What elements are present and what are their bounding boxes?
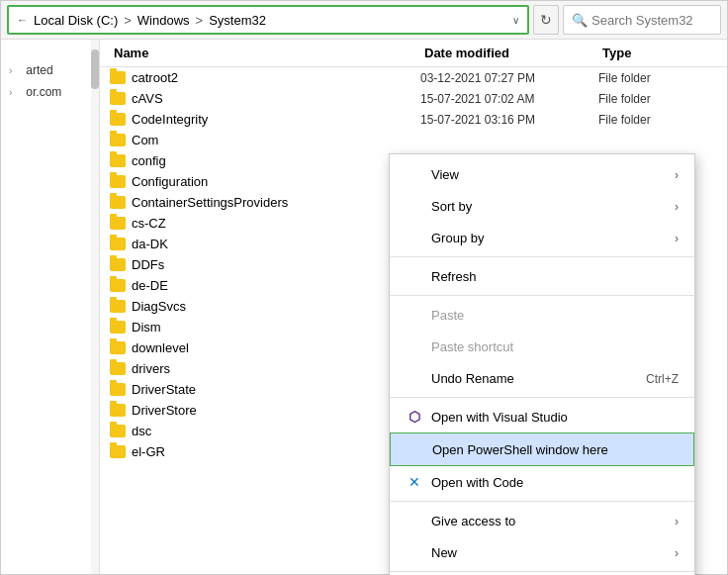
file-name-label: ContainerSettingsProviders: [132, 195, 288, 210]
ctx-no-icon: [406, 267, 423, 285]
ctx-text-open_vs: Open with Visual Studio: [431, 410, 568, 425]
context-menu-item-paste: Paste: [390, 299, 694, 331]
file-date: 15-07-2021 03:16 PM: [420, 113, 598, 127]
path-sep-2: >: [196, 13, 204, 28]
file-date: 15-07-2021 07:02 AM: [420, 92, 598, 106]
folder-icon: [110, 445, 126, 458]
path-system32[interactable]: System32: [209, 13, 266, 28]
ctx-label-paste: Paste: [406, 306, 464, 324]
scrollbar-thumb[interactable]: [91, 49, 99, 89]
folder-icon: [110, 300, 126, 313]
folder-icon: [110, 341, 126, 354]
back-button[interactable]: ←: [17, 14, 28, 26]
ctx-label-group_by: Group by: [406, 229, 484, 246]
ctx-label-new: New: [406, 543, 457, 561]
ctx-label-view: View: [406, 165, 459, 183]
sidebar-item-1[interactable]: › arted: [1, 59, 99, 81]
folder-icon: [110, 154, 126, 167]
ctx-arrow-new: ›: [675, 546, 679, 560]
context-menu-item-open_vscode[interactable]: ✕ Open with Code: [390, 466, 694, 498]
context-menu: View › Sort by › Group by › Refresh: [389, 153, 695, 575]
file-name-label: el-GR: [132, 444, 165, 459]
folder-icon: [110, 404, 126, 417]
file-list-header: Name Date modified Type: [100, 40, 727, 67]
ctx-label-paste_shortcut: Paste shortcut: [406, 337, 513, 355]
folder-icon: [110, 71, 126, 84]
header-name[interactable]: Name: [110, 44, 420, 62]
table-row[interactable]: cAVS 15-07-2021 07:02 AM File folder: [100, 88, 727, 109]
ctx-arrow-group_by: ›: [675, 232, 679, 245]
ctx-text-give_access: Give access to: [431, 514, 515, 528]
ctx-arrow-give_access: ›: [675, 515, 679, 528]
ctx-right-group_by: ›: [675, 231, 679, 245]
folder-icon: [110, 279, 126, 292]
file-name-label: cAVS: [132, 91, 163, 106]
ctx-right-new: ›: [675, 545, 679, 560]
header-date[interactable]: Date modified: [420, 44, 598, 62]
ctx-arrow-sort_by: ›: [675, 200, 679, 214]
ctx-right-sort_by: ›: [675, 199, 679, 214]
ctx-label-refresh: Refresh: [406, 267, 477, 285]
ctx-text-group_by: Group by: [431, 231, 484, 245]
search-input[interactable]: [592, 13, 712, 28]
ctx-text-open_vscode: Open with Code: [431, 475, 523, 490]
folder-icon: [110, 134, 126, 146]
ctx-text-refresh: Refresh: [431, 269, 477, 284]
context-menu-item-give_access[interactable]: Give access to ›: [390, 505, 694, 536]
ctx-right-give_access: ›: [675, 514, 679, 528]
toolbar: ← Local Disk (C:) > Windows > System32 ∨…: [1, 1, 727, 40]
context-menu-item-view[interactable]: View ›: [390, 158, 694, 190]
folder-icon: [110, 362, 126, 375]
file-name-label: dsc: [132, 424, 151, 438]
context-menu-item-undo_rename[interactable]: Undo Rename Ctrl+Z: [390, 362, 694, 394]
search-icon: 🔍: [572, 13, 588, 28]
ctx-no-icon: [406, 229, 423, 246]
address-bar[interactable]: ← Local Disk (C:) > Windows > System32 ∨: [7, 5, 529, 35]
ctx-separator: [390, 295, 694, 296]
file-name-label: DriverState: [132, 382, 196, 397]
header-type[interactable]: Type: [598, 44, 717, 62]
folder-icon: [110, 217, 126, 230]
ctx-label-undo_rename: Undo Rename: [406, 369, 514, 387]
explorer-window: ← Local Disk (C:) > Windows > System32 ∨…: [0, 0, 728, 575]
sidebar-label-1: arted: [26, 63, 52, 77]
folder-icon: [110, 383, 126, 396]
sidebar-expand-1: ›: [9, 65, 23, 76]
ctx-right-view: ›: [675, 167, 679, 182]
context-menu-item-sort_by[interactable]: Sort by ›: [390, 190, 694, 222]
sidebar-scrollbar[interactable]: [91, 40, 99, 574]
address-dropdown-arrow[interactable]: ∨: [512, 15, 519, 26]
table-row[interactable]: Com: [100, 130, 727, 150]
table-row[interactable]: catroot2 03-12-2021 07:27 PM File folder: [100, 67, 727, 88]
ctx-label-open_powershell: Open PowerShell window here: [407, 440, 608, 458]
folder-icon: [110, 238, 126, 250]
ctx-no-icon: [406, 543, 423, 561]
folder-icon: [110, 321, 126, 334]
folder-icon: [110, 196, 126, 209]
ctx-no-icon: [406, 512, 423, 529]
file-name-label: da-DK: [132, 237, 168, 251]
folder-icon: [110, 175, 126, 188]
sidebar-item-2[interactable]: › or.com: [1, 81, 99, 103]
folder-icon: [110, 92, 126, 105]
file-name-label: Com: [132, 133, 158, 147]
vscode-icon: ✕: [406, 473, 423, 491]
context-menu-item-open_powershell[interactable]: Open PowerShell window here: [390, 432, 694, 466]
file-name-label: CodeIntegrity: [132, 112, 208, 127]
context-menu-item-new[interactable]: New ›: [390, 536, 694, 568]
context-menu-item-open_vs[interactable]: ⬡ Open with Visual Studio: [390, 401, 694, 432]
ctx-text-sort_by: Sort by: [431, 199, 472, 214]
file-type: File folder: [598, 113, 717, 127]
ctx-separator: [390, 571, 694, 572]
table-row[interactable]: CodeIntegrity 15-07-2021 03:16 PM File f…: [100, 109, 727, 130]
context-menu-item-paste_shortcut: Paste shortcut: [390, 331, 694, 362]
ctx-shortcut-undo_rename: Ctrl+Z: [646, 372, 679, 386]
search-box[interactable]: 🔍: [563, 5, 721, 35]
file-name-label: config: [132, 153, 166, 168]
context-menu-item-refresh[interactable]: Refresh: [390, 260, 694, 292]
refresh-button[interactable]: ↻: [533, 5, 559, 35]
path-windows[interactable]: Windows: [137, 13, 190, 28]
path-local-disk[interactable]: Local Disk (C:): [34, 13, 118, 28]
context-menu-item-group_by[interactable]: Group by ›: [390, 222, 694, 253]
ctx-label-give_access: Give access to: [406, 512, 515, 529]
